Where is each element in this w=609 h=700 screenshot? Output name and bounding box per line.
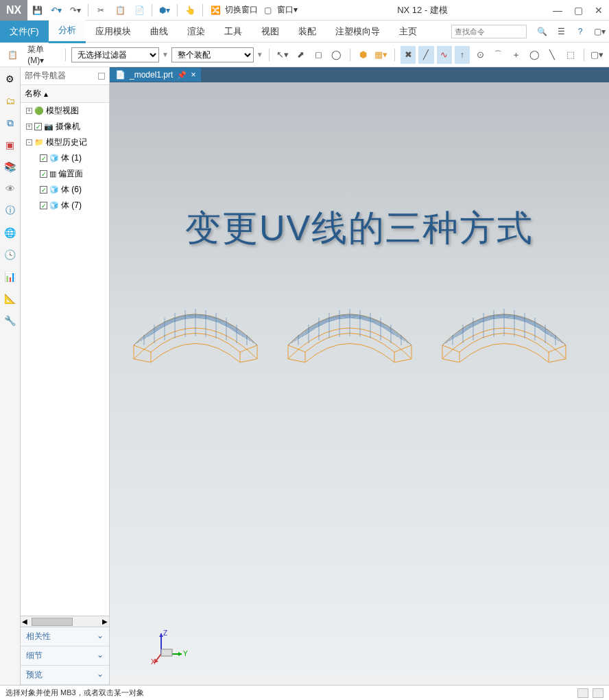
expand-icon[interactable]: + (26, 108, 32, 114)
tab-detail[interactable]: 细节⌄ (21, 646, 109, 666)
graphics-viewport[interactable]: 📄 _model1.prt 📌 × 变更UV线的三种方式 (110, 67, 609, 685)
close-icon[interactable]: × (191, 70, 195, 80)
tree-item-body6[interactable]: ✓ 🧊 体 (6) (21, 182, 109, 198)
tree-item-body7[interactable]: ✓ 🧊 体 (7) (21, 198, 109, 213)
copy-icon[interactable]: 📋 (112, 2, 128, 19)
redo-icon[interactable]: ↷▾ (67, 2, 84, 19)
checkbox[interactable]: ✓ (34, 123, 42, 130)
tool-pick-icon[interactable]: ⬈ (293, 46, 308, 64)
tree-item-body1[interactable]: ✓ 🧊 体 (1) (21, 150, 109, 166)
selection-filter-dropdown[interactable]: 无选择过滤器 (71, 47, 159, 62)
render-bar-icon[interactable]: 📊 (3, 269, 18, 284)
command-search-input[interactable] (451, 25, 527, 38)
coordinate-system-triad[interactable]: Y Z X (151, 630, 185, 664)
tool-rect-icon[interactable]: ◻ (311, 46, 326, 64)
tab-view[interactable]: 视图 (252, 21, 289, 43)
save-icon[interactable]: 💾 (29, 2, 45, 19)
model-body-2[interactable] (278, 294, 422, 369)
browser-icon[interactable]: 🌐 (3, 225, 18, 240)
tree-item-camera[interactable]: + ✓ 📷 摄像机 (21, 119, 109, 135)
checkbox[interactable]: ✓ (40, 170, 47, 178)
tab-render[interactable]: 渲染 (178, 21, 215, 43)
constraint-icon[interactable]: ⧉ (3, 115, 18, 130)
checkbox[interactable]: ✓ (40, 202, 47, 209)
tool-curve3-icon[interactable]: ∿ (437, 46, 452, 64)
tool-box-icon[interactable]: ⬚ (563, 46, 578, 64)
tool-plus-icon[interactable]: ＋ (509, 46, 524, 64)
visibility-icon[interactable]: 👁 (3, 181, 18, 196)
tab-tools[interactable]: 工具 (215, 21, 252, 43)
horizontal-scrollbar[interactable]: ◀ ▶ (21, 616, 109, 627)
switch-window-button[interactable]: 切换窗口 (225, 4, 258, 16)
status-right (577, 688, 604, 698)
tool-curve1-icon[interactable]: ✖ (401, 46, 416, 64)
tool-view-icon[interactable]: ▢▾ (590, 46, 605, 64)
touch-icon[interactable]: 👆 (182, 2, 198, 19)
tab-home[interactable]: 主页 (390, 21, 427, 43)
tree-item-offset[interactable]: ✓ ▥ 偏置面 (21, 166, 109, 182)
pin-icon[interactable] (98, 73, 105, 80)
scrollbar-thumb[interactable] (32, 618, 73, 626)
window-icon[interactable]: ▢ (259, 2, 276, 19)
checkbox[interactable]: ✓ (40, 154, 47, 162)
status-icon-1[interactable] (577, 688, 588, 698)
tool-lasso-icon[interactable]: ◯ (329, 46, 344, 64)
tab-dependency[interactable]: 相关性⌄ (21, 627, 109, 646)
file-menu[interactable]: 文件(F) (0, 21, 49, 43)
tab-assembly[interactable]: 装配 (289, 21, 326, 43)
tool-arc-icon[interactable]: ⌒ (490, 46, 505, 64)
tab-mold[interactable]: 注塑模向导 (326, 21, 390, 43)
reuse-icon[interactable]: 📚 (3, 159, 18, 174)
model-body-3[interactable] (432, 294, 576, 369)
part-nav-icon[interactable]: 🗂 (3, 93, 18, 108)
tool-select-icon[interactable]: ↖▾ (275, 46, 290, 64)
expand-icon[interactable]: + (26, 124, 32, 130)
svg-rect-54 (161, 649, 172, 656)
tree-item-history[interactable]: - 📁 模型历史记 (21, 135, 109, 150)
tool-curve4-icon[interactable]: ↑ (455, 46, 470, 64)
history-icon[interactable]: 🕓 (3, 247, 18, 262)
cut-icon[interactable]: ✂ (93, 2, 109, 19)
tab-application[interactable]: 应用模块 (86, 21, 141, 43)
status-icon-2[interactable] (593, 688, 604, 698)
maximize-button[interactable]: ▢ (568, 2, 588, 19)
render-icon[interactable]: ⬢▾ (156, 2, 173, 19)
switch-window-icon[interactable]: 🔀 (207, 2, 224, 19)
tab-analysis[interactable]: 分析 (49, 19, 86, 43)
file-tab[interactable]: 📄 _model1.prt 📌 × (110, 68, 201, 82)
search-icon[interactable]: 🔍 (534, 23, 550, 40)
sort-icon[interactable]: ▴ (44, 89, 48, 99)
undo-icon[interactable]: ↶▾ (48, 2, 64, 19)
tree-label: 模型视图 (46, 105, 79, 117)
more-icon[interactable]: ☰ (553, 23, 569, 40)
tree-item-model-view[interactable]: + 🟢 模型视图 (21, 103, 109, 119)
navigator-columns[interactable]: 名称 ▴ (21, 85, 109, 103)
model-body-1[interactable] (123, 294, 267, 369)
separator (88, 4, 88, 16)
menu-icon[interactable]: 📋 (5, 47, 19, 63)
tab-curve[interactable]: 曲线 (141, 21, 178, 43)
tool-face-icon[interactable]: ▦▾ (374, 46, 389, 64)
help-icon[interactable]: ? (572, 23, 588, 40)
measure-icon[interactable]: 📐 (3, 291, 18, 306)
tool-circle-icon[interactable]: ◯ (527, 46, 542, 64)
tab-preview[interactable]: 预览⌄ (21, 666, 109, 685)
tool-body-icon[interactable]: ⬢ (356, 46, 371, 64)
tool-line-icon[interactable]: ╲ (545, 46, 560, 64)
assembly-nav-icon[interactable]: ▣ (3, 137, 18, 152)
pin-icon[interactable]: 📌 (177, 71, 187, 80)
window-button[interactable]: 窗口▾ (277, 4, 298, 16)
settings-icon[interactable]: ⚙ (3, 71, 18, 86)
tool-curve2-icon[interactable]: ╱ (418, 46, 433, 64)
tool-point-icon[interactable]: ⊙ (473, 46, 488, 64)
menu-button[interactable]: 菜单(M)▾ (23, 43, 60, 67)
close-button[interactable]: ✕ (588, 2, 609, 19)
manuf-icon[interactable]: 🔧 (3, 313, 18, 328)
scope-filter-dropdown[interactable]: 整个装配 (171, 47, 254, 62)
options-icon[interactable]: ▢▾ (591, 23, 608, 40)
paste-icon[interactable]: 📄 (131, 2, 147, 19)
minimize-button[interactable]: — (547, 2, 568, 19)
checkbox[interactable]: ✓ (40, 186, 47, 194)
collapse-icon[interactable]: - (26, 139, 32, 145)
info-icon[interactable]: ⓘ (3, 203, 18, 218)
